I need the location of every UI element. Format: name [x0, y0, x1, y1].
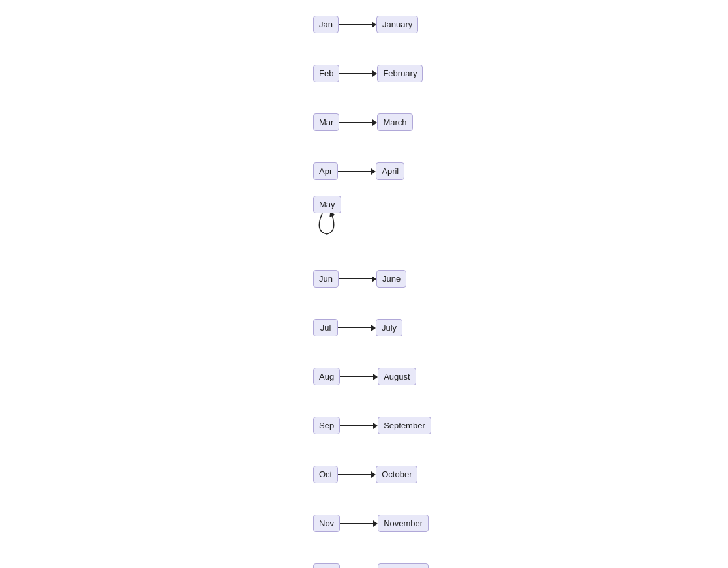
- node-full-mar[interactable]: March: [377, 113, 412, 131]
- month-row-nov: NovNovember: [313, 499, 728, 548]
- node-full-apr[interactable]: April: [376, 162, 404, 180]
- arrow-line-segment: [339, 278, 372, 280]
- node-full-sep[interactable]: September: [378, 417, 431, 434]
- arrowhead-icon: [372, 22, 376, 28]
- arrow-mar: [339, 119, 377, 126]
- month-row-oct: OctOctober: [313, 450, 728, 499]
- arrow-sep: [340, 423, 378, 429]
- month-row-may: May: [313, 196, 728, 254]
- node-full-jun[interactable]: June: [376, 270, 406, 288]
- arrowhead-icon: [371, 325, 376, 331]
- node-full-nov[interactable]: November: [378, 515, 429, 532]
- arrowhead-icon: [372, 119, 377, 126]
- arrow-jan: [339, 22, 376, 28]
- may-node-wrap: May: [313, 196, 341, 238]
- arrow-apr: [338, 168, 376, 175]
- node-may[interactable]: May: [313, 196, 341, 213]
- arrow-line-segment: [339, 122, 372, 123]
- node-abbr-oct[interactable]: Oct: [313, 466, 338, 483]
- arrow-oct: [338, 471, 376, 478]
- arrow-line-segment: [338, 474, 371, 475]
- arrowhead-icon: [372, 70, 377, 77]
- node-abbr-aug[interactable]: Aug: [313, 368, 340, 385]
- arrow-line-segment: [340, 376, 373, 378]
- arrowhead-icon: [371, 471, 376, 478]
- month-row-jan: JanJanuary: [313, 0, 728, 49]
- node-abbr-jan[interactable]: Jan: [313, 16, 339, 33]
- node-full-dec[interactable]: December: [378, 563, 429, 568]
- arrow-line-segment: [340, 425, 373, 426]
- node-abbr-mar[interactable]: Mar: [313, 113, 339, 131]
- arrow-jul: [338, 325, 376, 331]
- month-row-aug: AugAugust: [313, 352, 728, 401]
- month-row-apr: AprApril: [313, 147, 728, 196]
- month-row-dec: DecDecember: [313, 548, 728, 568]
- node-abbr-jul[interactable]: Jul: [313, 319, 338, 336]
- arrow-nov: [340, 520, 378, 527]
- node-full-oct[interactable]: October: [376, 466, 417, 483]
- arrow-feb: [339, 70, 377, 77]
- arrow-line-segment: [338, 327, 371, 329]
- may-self-loop-arrow: [313, 213, 341, 238]
- month-row-jul: JulJuly: [313, 303, 728, 352]
- arrowhead-icon: [372, 276, 376, 282]
- month-row-feb: FebFebruary: [313, 49, 728, 98]
- node-full-jul[interactable]: July: [376, 319, 402, 336]
- month-row-mar: MarMarch: [313, 98, 728, 147]
- arrow-aug: [340, 374, 378, 380]
- node-abbr-apr[interactable]: Apr: [313, 162, 338, 180]
- arrow-line-segment: [340, 523, 373, 524]
- node-full-aug[interactable]: August: [378, 368, 416, 385]
- diagram-container: JanJanuaryFebFebruaryMarMarchAprAprilMay…: [0, 0, 728, 568]
- node-full-jan[interactable]: January: [376, 16, 418, 33]
- month-row-sep: SepSeptember: [313, 401, 728, 450]
- node-abbr-sep[interactable]: Sep: [313, 417, 340, 434]
- node-abbr-nov[interactable]: Nov: [313, 515, 340, 532]
- arrow-line-segment: [339, 24, 372, 25]
- arrowhead-icon: [371, 168, 376, 175]
- node-abbr-jun[interactable]: Jun: [313, 270, 339, 288]
- arrowhead-icon: [373, 374, 378, 380]
- arrowhead-icon: [373, 423, 378, 429]
- node-abbr-feb[interactable]: Feb: [313, 65, 339, 82]
- arrow-jun: [339, 276, 376, 282]
- month-row-jun: JunJune: [313, 254, 728, 303]
- node-full-feb[interactable]: February: [377, 65, 423, 82]
- arrowhead-icon: [373, 520, 378, 527]
- arrow-line-segment: [338, 171, 371, 172]
- arrow-line-segment: [339, 73, 372, 74]
- node-abbr-dec[interactable]: Dec: [313, 563, 340, 568]
